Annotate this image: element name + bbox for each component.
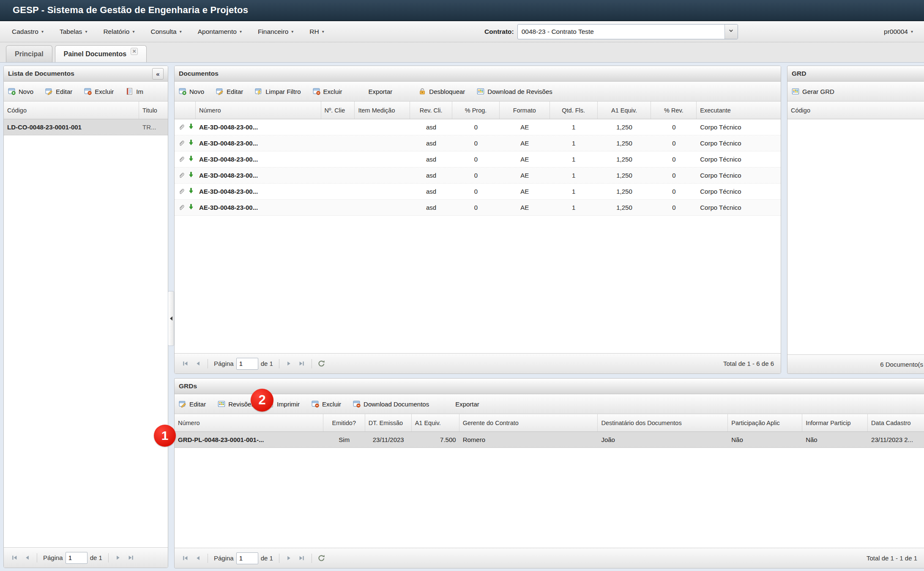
first-page-icon[interactable]	[180, 553, 191, 564]
page-number-input[interactable]	[236, 358, 258, 370]
editar-button[interactable]: Editar	[45, 88, 72, 95]
download-arrow-icon[interactable]	[188, 139, 194, 147]
refresh-icon[interactable]	[316, 358, 327, 369]
column-header-n-cliente[interactable]: Nº. Clie	[321, 102, 355, 119]
column-header-dt-emissao[interactable]: DT. Emissão	[365, 414, 412, 431]
column-header-item-medicao[interactable]: Item Medição	[355, 102, 410, 119]
column-header-data-cadastro[interactable]: Data Cadastro	[868, 414, 924, 431]
table-row[interactable]: AE-3D-0048-23-00... asd 0 AE 1 1,250 0 C…	[175, 184, 781, 200]
page-number-input[interactable]	[66, 552, 87, 564]
last-page-icon[interactable]	[126, 552, 137, 563]
table-row[interactable]: AE-3D-0048-23-00... asd 0 AE 1 1,250 0 C…	[175, 151, 781, 167]
paperclip-icon[interactable]	[178, 155, 185, 164]
download-arrow-icon[interactable]	[188, 187, 194, 195]
column-header-informar[interactable]: Informar Particip	[802, 414, 868, 431]
column-header-codigo[interactable]: Código	[787, 102, 924, 119]
column-header-icons[interactable]	[175, 102, 196, 119]
next-page-icon[interactable]	[113, 552, 124, 563]
novo-button[interactable]: Novo	[179, 88, 204, 95]
limpar-filtro-button[interactable]: Limpar Filtro	[255, 88, 301, 95]
paperclip-icon[interactable]	[178, 171, 185, 180]
novo-button[interactable]: Novo	[8, 88, 33, 95]
column-header-gerente[interactable]: Gerente do Contrato	[459, 414, 598, 431]
collapse-left-icon[interactable]: «	[152, 68, 164, 80]
excluir-button[interactable]: Excluir	[84, 88, 114, 95]
column-header-formato[interactable]: Formato	[500, 102, 550, 119]
table-row[interactable]: AE-3D-0048-23-00... asd 0 AE 1 1,250 0 C…	[175, 200, 781, 216]
column-header-qtd-fls[interactable]: Qtd. Fls.	[550, 102, 598, 119]
menu-tabelas[interactable]: Tabelas▾	[60, 28, 87, 36]
editar-button[interactable]: Editar	[179, 400, 206, 408]
download-arrow-icon[interactable]	[188, 155, 194, 163]
first-page-icon[interactable]	[180, 358, 191, 369]
desbloquear-button[interactable]: Desbloquear	[418, 88, 465, 95]
window-edit-icon	[45, 88, 53, 95]
table-row[interactable]: AE-3D-0048-23-00... asd 0 AE 1 1,250 0 C…	[175, 119, 781, 135]
page-number-input[interactable]	[236, 552, 258, 564]
menu-cadastro[interactable]: Cadastro▾	[12, 28, 44, 36]
last-page-icon[interactable]	[296, 358, 307, 369]
column-header-rev[interactable]: % Rev.	[651, 102, 697, 119]
menu-label: Financeiro	[258, 28, 288, 36]
item-medicao-cell	[355, 184, 410, 199]
download-revisoes-button[interactable]: Download de Revisões	[477, 88, 552, 95]
column-header-numero[interactable]: Número	[196, 102, 321, 119]
editar-button[interactable]: Editar	[216, 88, 243, 95]
last-page-icon[interactable]	[296, 553, 307, 564]
column-header-executante[interactable]: Executante	[697, 102, 781, 119]
column-header-participacao[interactable]: Participação Aplic	[728, 414, 802, 431]
tab-painel-documentos[interactable]: Painel Documentos ×	[55, 45, 147, 62]
prev-page-icon[interactable]	[192, 358, 203, 369]
tab-principal[interactable]: Principal	[6, 45, 52, 62]
download-arrow-icon[interactable]	[188, 123, 194, 131]
column-header-titulo[interactable]: Titulo	[139, 102, 168, 119]
close-icon[interactable]: ×	[131, 48, 138, 55]
table-row[interactable]: AE-3D-0048-23-00... asd 0 AE 1 1,250 0 C…	[175, 135, 781, 151]
chevron-down-icon[interactable]	[724, 25, 738, 39]
column-header-a1-equiv[interactable]: A1 Equiv.	[598, 102, 651, 119]
panel-splitter-handle[interactable]	[168, 291, 174, 346]
table-row[interactable]: LD-CO-0048-23-0001-001 TR...	[4, 119, 168, 135]
paperclip-icon[interactable]	[178, 203, 185, 212]
paperclip-icon[interactable]	[178, 123, 185, 132]
exportar-button[interactable]: Exportar	[369, 88, 393, 95]
gerar-grd-button[interactable]: Gerar GRD	[792, 88, 834, 95]
first-page-icon[interactable]	[9, 552, 20, 563]
column-header-rev-cli[interactable]: Rev. Cli.	[410, 102, 452, 119]
menu-relatorio[interactable]: Relatório▾	[103, 28, 134, 36]
refresh-icon[interactable]	[316, 553, 327, 564]
column-header-prog[interactable]: % Prog.	[452, 102, 500, 119]
prev-page-icon[interactable]	[22, 552, 33, 563]
menu-financeiro[interactable]: Financeiro▾	[258, 28, 293, 36]
paperclip-icon[interactable]	[178, 187, 185, 196]
table-row[interactable]: AE-3D-0048-23-00... asd 0 AE 1 1,250 0 C…	[175, 167, 781, 184]
next-page-icon[interactable]	[284, 358, 295, 369]
chevron-down-icon: ▾	[41, 29, 44, 34]
next-page-icon[interactable]	[284, 553, 295, 564]
formato-cell: AE	[500, 119, 550, 135]
download-arrow-icon[interactable]	[188, 171, 194, 179]
excluir-button[interactable]: Excluir	[312, 400, 341, 408]
exportar-button[interactable]: Exportar	[455, 401, 479, 408]
menu-rh[interactable]: RH▾	[309, 28, 324, 36]
prev-page-icon[interactable]	[192, 553, 203, 564]
paperclip-icon[interactable]	[178, 139, 185, 148]
user-menu[interactable]: pr00004▾	[884, 28, 913, 36]
download-arrow-icon[interactable]	[188, 203, 194, 211]
documentos-toolbar: Novo Editar Limpar Filtro Excluir Export…	[175, 82, 781, 102]
contract-select[interactable]: 0048-23 - Contrato Teste	[517, 24, 738, 39]
column-header-emitido[interactable]: Emitido?	[323, 414, 365, 431]
column-header-destinatario[interactable]: Destinatário dos Documentos	[598, 414, 728, 431]
a1-equiv-cell: 1,250	[598, 151, 651, 167]
table-row[interactable]: GRD-PL-0048-23-0001-001-... Sim 23/11/20…	[175, 432, 924, 448]
column-header-numero[interactable]: Número	[175, 414, 323, 431]
column-header-a1-equiv[interactable]: A1 Equiv.	[412, 414, 459, 431]
excluir-button[interactable]: Excluir	[313, 88, 342, 95]
column-header-codigo[interactable]: Código	[4, 102, 139, 119]
menu-consulta[interactable]: Consulta▾	[150, 28, 181, 36]
revisoes-button[interactable]: Revisões	[218, 400, 254, 408]
menu-apontamento[interactable]: Apontamento▾	[198, 28, 242, 36]
imprimir-button[interactable]: Im	[126, 88, 143, 95]
download-documentos-button[interactable]: Download Documentos	[353, 400, 429, 408]
destinatario-cell: João	[598, 432, 728, 447]
